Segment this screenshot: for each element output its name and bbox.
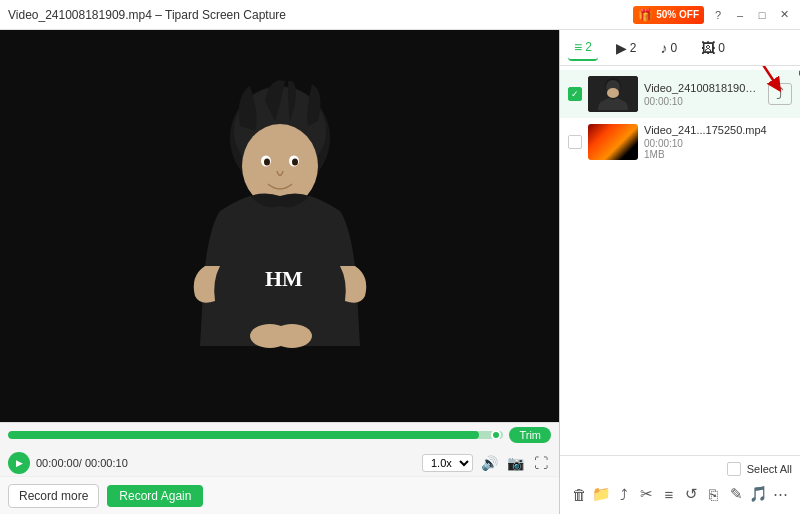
progress-row: Trim xyxy=(0,423,559,445)
more-icon[interactable]: ⋯ xyxy=(770,480,792,508)
file-thumbnail-2 xyxy=(588,124,638,160)
audio-adjust-icon[interactable]: 🎵 xyxy=(747,480,769,508)
image-icon: 🖼 xyxy=(701,40,715,56)
time-display: 00:00:00/ 00:00:10 xyxy=(36,457,128,469)
audio-count: 0 xyxy=(671,41,678,55)
play-button[interactable]: ▶ xyxy=(8,452,30,474)
camera-icon[interactable]: 📷 xyxy=(505,453,525,473)
video-background: HM xyxy=(0,30,559,422)
tab-image[interactable]: 🖼 0 xyxy=(695,36,731,60)
file-item-2[interactable]: Video_241...175250.mp4 00:00:10 1MB xyxy=(560,118,800,166)
tab-video[interactable]: ≡ 2 xyxy=(568,35,598,61)
file-list: ✓ Video_241008181909.mp4 00:00 xyxy=(560,66,800,455)
export-button-1[interactable]: ⤴ xyxy=(768,83,792,105)
file-duration-1: 00:00:10 xyxy=(644,96,762,107)
fullscreen-icon[interactable]: ⛶ xyxy=(531,453,551,473)
play-icon: ▶ xyxy=(616,40,627,56)
file-name-2: Video_241...175250.mp4 xyxy=(644,124,792,136)
title-bar-right: 🎁 50% OFF ? – □ ✕ xyxy=(633,6,792,24)
close-button[interactable]: ✕ xyxy=(776,7,792,23)
svg-point-9 xyxy=(272,324,312,348)
delete-icon[interactable]: 🗑 xyxy=(568,480,590,508)
controls-wrapper: Trim ▶ 00:00:00/ 00:00:10 1.0x 0.5x 1.5x… xyxy=(0,422,559,514)
svg-point-5 xyxy=(264,159,270,166)
music-icon: ♪ xyxy=(661,40,668,56)
bottom-action-row: Record more Record Again xyxy=(0,476,559,514)
file-checkbox-2[interactable] xyxy=(568,135,582,149)
right-icon-toolbar: 🗑 📁 ⤴ ✂ ≡ ↺ ⎘ ✎ 🎵 ⋯ xyxy=(568,480,792,508)
thumb-fire xyxy=(588,124,638,160)
record-again-button[interactable]: Record Again xyxy=(107,485,203,507)
select-all-row: Select All xyxy=(568,462,792,476)
image-count: 0 xyxy=(718,41,725,55)
screen-count: 2 xyxy=(630,41,637,55)
progress-handle[interactable] xyxy=(491,431,501,439)
select-all-checkbox[interactable] xyxy=(727,462,741,476)
help-button[interactable]: ? xyxy=(710,7,726,23)
record-more-button[interactable]: Record more xyxy=(8,484,99,508)
progress-fill xyxy=(8,431,479,439)
file-action-area: ⤴ ↖ xyxy=(768,83,792,105)
folder-icon[interactable]: 📁 xyxy=(590,480,612,508)
minimize-button[interactable]: – xyxy=(732,7,748,23)
tab-bar: ≡ 2 ▶ 2 ♪ 0 🖼 0 xyxy=(560,30,800,66)
svg-point-13 xyxy=(607,88,619,98)
svg-point-6 xyxy=(292,159,298,166)
speed-select[interactable]: 1.0x 0.5x 1.5x 2.0x xyxy=(422,454,473,472)
file-checkbox-1[interactable]: ✓ xyxy=(568,87,582,101)
svg-text:HM: HM xyxy=(265,266,303,291)
title-bar: Video_241008181909.mp4 – Tipard Screen C… xyxy=(0,0,800,30)
trim-button[interactable]: Trim xyxy=(509,427,551,443)
main-layout: HM Trim ▶ xyxy=(0,30,800,514)
gift-icon: 🎁 xyxy=(638,8,653,22)
right-bottom-toolbar: Select All 🗑 📁 ⤴ ✂ ≡ ↺ ⎘ ✎ 🎵 ⋯ xyxy=(560,455,800,514)
file-info-2: Video_241...175250.mp4 00:00:10 1MB xyxy=(644,124,792,160)
thumb-svg-1 xyxy=(588,76,638,112)
playback-row: ▶ 00:00:00/ 00:00:10 1.0x 0.5x 1.5x 2.0x… xyxy=(0,450,559,476)
file-name-1: Video_241008181909.mp4 xyxy=(644,82,762,94)
select-all-label[interactable]: Select All xyxy=(747,463,792,475)
thumb-person xyxy=(588,76,638,112)
video-count: 2 xyxy=(585,40,592,54)
adjust-icon[interactable]: ≡ xyxy=(658,480,680,508)
file-info-1: Video_241008181909.mp4 00:00:10 xyxy=(644,82,762,107)
tab-screen[interactable]: ▶ 2 xyxy=(610,36,643,60)
edit-icon[interactable]: ✎ xyxy=(725,480,747,508)
video-player[interactable]: HM xyxy=(0,30,559,422)
maximize-button[interactable]: □ xyxy=(754,7,770,23)
file-duration-2: 00:00:10 xyxy=(644,138,792,149)
title-bar-left: Video_241008181909.mp4 – Tipard Screen C… xyxy=(8,8,286,22)
progress-bar[interactable] xyxy=(8,431,503,439)
refresh-icon[interactable]: ↺ xyxy=(680,480,702,508)
left-panel: HM Trim ▶ xyxy=(0,30,560,514)
file-item-1[interactable]: ✓ Video_241008181909.mp4 00:00 xyxy=(560,70,800,118)
cut-icon[interactable]: ✂ xyxy=(635,480,657,508)
promo-text: 50% OFF xyxy=(656,9,699,20)
promo-badge[interactable]: 🎁 50% OFF xyxy=(633,6,704,24)
tab-audio[interactable]: ♪ 0 xyxy=(655,36,684,60)
video-person-svg: HM xyxy=(140,66,420,386)
right-panel: ≡ 2 ▶ 2 ♪ 0 🖼 0 ✓ xyxy=(560,30,800,514)
file-size-2: 1MB xyxy=(644,149,792,160)
list-icon: ≡ xyxy=(574,39,582,55)
file-thumbnail-1 xyxy=(588,76,638,112)
export2-icon[interactable]: ⤴ xyxy=(613,480,635,508)
copy-icon[interactable]: ⎘ xyxy=(702,480,724,508)
volume-icon[interactable]: 🔊 xyxy=(479,453,499,473)
window-title: Video_241008181909.mp4 – Tipard Screen C… xyxy=(8,8,286,22)
